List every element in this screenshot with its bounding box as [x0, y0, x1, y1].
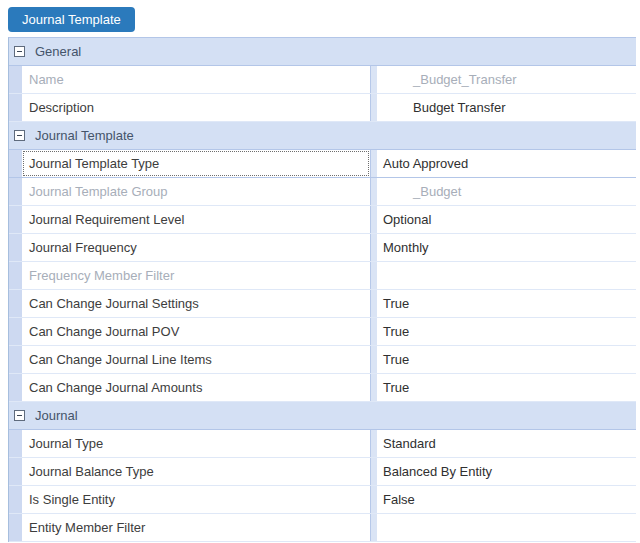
collapse-minus-icon[interactable] [14, 410, 25, 421]
property-row: Can Change Journal SettingsTrue [9, 290, 636, 318]
section-header-journal[interactable]: Journal [9, 402, 636, 430]
column-divider [370, 458, 377, 485]
property-row: Frequency Member Filter [9, 262, 636, 290]
row-gutter [9, 234, 22, 261]
row-gutter [9, 94, 22, 121]
section-title: Journal [35, 408, 78, 423]
property-value-cell[interactable]: True [377, 318, 636, 345]
journal-template-tab[interactable]: Journal Template [8, 7, 135, 32]
property-row: Is Single EntityFalse [9, 486, 636, 514]
property-label-cell[interactable]: Can Change Journal Settings [22, 290, 370, 317]
section-header-journal-template[interactable]: Journal Template [9, 122, 636, 150]
property-label-cell[interactable]: Can Change Journal Amounts [22, 374, 370, 401]
column-divider [370, 234, 377, 261]
column-divider [370, 178, 377, 205]
property-value-cell[interactable]: _Budget_Transfer [377, 66, 636, 93]
collapse-minus-icon[interactable] [14, 46, 25, 57]
property-row: DescriptionBudget Transfer [9, 94, 636, 122]
row-gutter [9, 206, 22, 233]
column-divider [370, 262, 377, 289]
property-label-cell[interactable]: Is Single Entity [22, 486, 370, 513]
property-value-cell[interactable] [377, 514, 636, 541]
column-divider [370, 150, 377, 177]
row-gutter [9, 178, 22, 205]
column-divider [370, 318, 377, 345]
row-gutter [9, 514, 22, 541]
section-title: Journal Template [35, 128, 134, 143]
property-value-cell[interactable]: _Budget [377, 178, 636, 205]
column-divider [370, 374, 377, 401]
property-label-cell[interactable]: Journal Template Type [22, 150, 370, 177]
column-divider [370, 486, 377, 513]
row-gutter [9, 458, 22, 485]
property-value-cell[interactable]: Auto Approved [377, 150, 636, 177]
property-row: Can Change Journal Line ItemsTrue [9, 346, 636, 374]
column-divider [370, 206, 377, 233]
property-label-cell[interactable]: Can Change Journal Line Items [22, 346, 370, 373]
section-header-general[interactable]: General [9, 38, 636, 66]
property-value-cell[interactable]: True [377, 346, 636, 373]
column-divider [370, 94, 377, 121]
property-row: Journal Template Group_Budget [9, 178, 636, 206]
property-label-cell[interactable]: Name [22, 66, 370, 93]
property-value-cell[interactable]: Optional [377, 206, 636, 233]
column-divider [370, 66, 377, 93]
property-label-cell[interactable]: Journal Frequency [22, 234, 370, 261]
property-label-cell[interactable]: Frequency Member Filter [22, 262, 370, 289]
row-gutter [9, 374, 22, 401]
property-row: Journal TypeStandard [9, 430, 636, 458]
column-divider [370, 514, 377, 541]
row-gutter [9, 66, 22, 93]
property-label-cell[interactable]: Journal Type [22, 430, 370, 457]
row-gutter [9, 346, 22, 373]
property-value-cell[interactable]: Standard [377, 430, 636, 457]
column-divider [370, 290, 377, 317]
property-label-cell[interactable]: Can Change Journal POV [22, 318, 370, 345]
property-grid: GeneralName_Budget_TransferDescriptionBu… [8, 37, 636, 542]
property-label-cell[interactable]: Entity Member Filter [22, 514, 370, 541]
property-row: Name_Budget_Transfer [9, 66, 636, 94]
property-row: Journal Balance TypeBalanced By Entity [9, 458, 636, 486]
property-value-cell[interactable]: True [377, 374, 636, 401]
property-row: Can Change Journal AmountsTrue [9, 374, 636, 402]
property-value-cell[interactable]: True [377, 290, 636, 317]
row-gutter [9, 290, 22, 317]
row-gutter [9, 486, 22, 513]
column-divider [370, 430, 377, 457]
property-row: Journal FrequencyMonthly [9, 234, 636, 262]
property-label-cell[interactable]: Journal Requirement Level [22, 206, 370, 233]
collapse-minus-icon[interactable] [14, 130, 25, 141]
property-row: Can Change Journal POVTrue [9, 318, 636, 346]
property-row: Entity Member Filter [9, 514, 636, 542]
property-row: Journal Requirement LevelOptional [9, 206, 636, 234]
property-value-cell[interactable]: Budget Transfer [377, 94, 636, 121]
property-value-cell[interactable]: Monthly [377, 234, 636, 261]
property-value-cell[interactable]: Balanced By Entity [377, 458, 636, 485]
row-gutter [9, 262, 22, 289]
property-row: Journal Template TypeAuto Approved [9, 150, 636, 178]
row-gutter [9, 150, 22, 177]
column-divider [370, 346, 377, 373]
row-gutter [9, 430, 22, 457]
property-value-cell[interactable] [377, 262, 636, 289]
section-title: General [35, 44, 81, 59]
property-value-cell[interactable]: False [377, 486, 636, 513]
row-gutter [9, 318, 22, 345]
property-label-cell[interactable]: Journal Balance Type [22, 458, 370, 485]
property-label-cell[interactable]: Journal Template Group [22, 178, 370, 205]
property-label-cell[interactable]: Description [22, 94, 370, 121]
